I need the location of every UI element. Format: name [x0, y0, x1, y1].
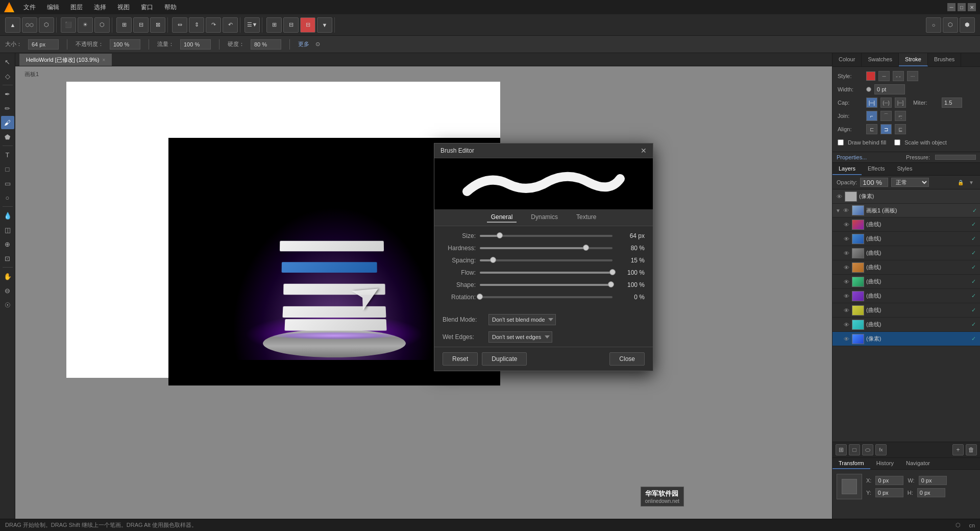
flip-v[interactable]: ⇕ — [189, 17, 204, 33]
pencil-tool[interactable]: ✏ — [1, 102, 14, 115]
share-button[interactable]: ⬡ — [39, 17, 54, 33]
menu-help[interactable]: 帮助 — [159, 2, 182, 13]
crop-tool[interactable]: ⊡ — [1, 252, 14, 265]
ellipse-tool[interactable]: ○ — [1, 191, 14, 204]
brush-tab-dynamics[interactable]: Dynamics — [527, 212, 562, 223]
miter-input[interactable] — [942, 98, 962, 108]
flip-h[interactable]: ⇔ — [172, 17, 187, 33]
duplicate-button[interactable]: Duplicate — [482, 352, 527, 366]
layer-vis-5[interactable]: 👁 — [843, 293, 850, 300]
spacing-slider[interactable] — [480, 259, 612, 261]
brush-tab-general[interactable]: General — [487, 212, 517, 223]
tab-swatches[interactable]: Swatches — [862, 53, 899, 66]
menu-window[interactable]: 窗口 — [136, 2, 158, 13]
reset-button[interactable]: Reset — [443, 352, 478, 366]
arrange-red[interactable]: ⊟ — [300, 17, 315, 33]
layer-vis-2[interactable]: 👁 — [843, 250, 850, 257]
arrange-grid[interactable]: ⊞ — [266, 17, 282, 33]
close-button[interactable]: ✕ — [968, 3, 976, 11]
tab-colour[interactable]: Colour — [832, 53, 862, 66]
layers-tab-styles[interactable]: Styles — [891, 163, 918, 175]
properties-link[interactable]: Properties... — [837, 154, 867, 160]
selected-vis-icon[interactable]: 👁 — [843, 335, 850, 343]
grid-button[interactable]: ⊟ — [133, 17, 149, 33]
view-export[interactable]: ⬡ — [94, 17, 110, 33]
layer-item[interactable]: 👁 (曲线) ✓ — [832, 318, 980, 332]
align-outside-btn[interactable]: ⊑ — [895, 124, 906, 134]
layer-item[interactable]: 👁 (曲线) ✓ — [832, 289, 980, 303]
guides-button[interactable]: ⊠ — [150, 17, 165, 33]
hand-tool[interactable]: ✋ — [1, 270, 14, 283]
node-tool[interactable]: ◇ — [1, 69, 14, 83]
layer-item[interactable]: 👁 (曲线) ✓ — [832, 218, 980, 232]
rotation-slider-thumb[interactable] — [477, 294, 483, 300]
view-pixel[interactable]: ⬛ — [61, 17, 76, 33]
layer-add-pixel-btn[interactable]: □ — [849, 444, 860, 455]
shape-slider[interactable] — [480, 284, 612, 286]
hardness-slider-thumb[interactable] — [583, 245, 589, 251]
cap-butt-btn[interactable]: |─| — [866, 98, 877, 108]
tab-stroke[interactable]: Stroke — [899, 53, 928, 66]
menu-select[interactable]: 选择 — [89, 2, 111, 13]
rotate-cw[interactable]: ↷ — [206, 17, 221, 33]
align-options[interactable]: ☰▼ — [244, 17, 260, 33]
layer-add-group-btn[interactable]: ⊞ — [836, 444, 847, 455]
selected-layer-item[interactable]: 👁 (像素) ✓ — [832, 332, 980, 346]
size-slider[interactable] — [480, 235, 612, 237]
x-input[interactable] — [875, 476, 903, 485]
move-tool[interactable]: ↖ — [1, 55, 14, 68]
new-button[interactable]: ▲ — [5, 17, 20, 33]
arrange-more[interactable]: ▼ — [317, 17, 332, 33]
source-layer-item[interactable]: 👁 (像素) — [832, 189, 980, 204]
view-retina[interactable]: ☀ — [78, 17, 93, 33]
rotate-ccw[interactable]: ↶ — [223, 17, 238, 33]
layer-vis-6[interactable]: 👁 — [843, 307, 850, 314]
misc-tool[interactable]: ☉ — [1, 298, 14, 311]
minimize-button[interactable]: ─ — [947, 3, 955, 11]
scale-with-object-checkbox[interactable] — [894, 139, 900, 146]
gradient-tool[interactable]: ◫ — [1, 223, 14, 236]
fill-tool[interactable]: ⬟ — [1, 130, 14, 143]
rotation-slider[interactable] — [480, 296, 612, 298]
shape-tool[interactable]: □ — [1, 162, 14, 176]
size-input[interactable]: 64 px — [28, 39, 59, 50]
size-slider-thumb[interactable] — [497, 232, 503, 238]
layer-item[interactable]: 👁 (曲线) ✓ — [832, 232, 980, 246]
layer-vis-0[interactable]: 👁 — [843, 221, 850, 228]
menu-layer[interactable]: 图层 — [65, 2, 88, 13]
layer-fx-btn[interactable]: fx — [875, 444, 887, 455]
shape-slider-thumb[interactable] — [608, 281, 614, 287]
cap-square-btn[interactable]: |─] — [895, 98, 906, 108]
group-expand-arrow[interactable]: ▼ — [836, 208, 841, 213]
layer-item[interactable]: 👁 (曲线) ✓ — [832, 260, 980, 275]
bp-tab-transform[interactable]: Transform — [832, 458, 870, 469]
blend-mode-select[interactable]: Don't set blend mode — [488, 314, 556, 325]
maximize-button[interactable]: □ — [958, 3, 966, 11]
zoom-out-tool[interactable]: ⊖ — [1, 284, 14, 297]
source-vis-icon[interactable]: 👁 — [836, 193, 843, 200]
brush-settings-icon[interactable]: ⊙ — [315, 41, 320, 47]
tab-brushes[interactable]: Brushes — [928, 53, 961, 66]
join-miter-btn[interactable]: ⌐ — [866, 111, 877, 121]
dotted-line-btn[interactable]: ··· — [907, 71, 918, 81]
layer-adj-btn[interactable]: + — [952, 444, 964, 455]
publish-button[interactable]: ⬢ — [960, 17, 975, 33]
layer-vis-7[interactable]: 👁 — [843, 321, 850, 328]
menu-file[interactable]: 文件 — [18, 2, 41, 13]
more-label[interactable]: 更多 — [298, 40, 309, 48]
join-bevel-btn[interactable]: ⌐̣ — [895, 111, 906, 121]
layer-vis-4[interactable]: 👁 — [843, 278, 850, 285]
h-input[interactable] — [917, 488, 945, 497]
align-center-btn[interactable]: ⊐ — [880, 124, 892, 134]
solid-line-btn[interactable]: ─ — [878, 71, 890, 81]
layers-tab-effects[interactable]: Effects — [862, 163, 891, 175]
search-button[interactable]: ○ — [926, 17, 941, 33]
layers-tab-layers[interactable]: Layers — [832, 163, 862, 175]
text-tool[interactable]: T — [1, 148, 14, 161]
hardness-slider[interactable] — [480, 247, 612, 249]
layer-mask-btn[interactable]: ⬭ — [862, 444, 873, 455]
layer-item[interactable]: 👁 (曲线) ✓ — [832, 303, 980, 318]
tab-close-button[interactable]: × — [102, 57, 105, 63]
width-input[interactable] — [874, 84, 905, 94]
canvas-tab-hellworld[interactable]: HelloWorld [已修改] (103.9%) × — [19, 54, 112, 66]
